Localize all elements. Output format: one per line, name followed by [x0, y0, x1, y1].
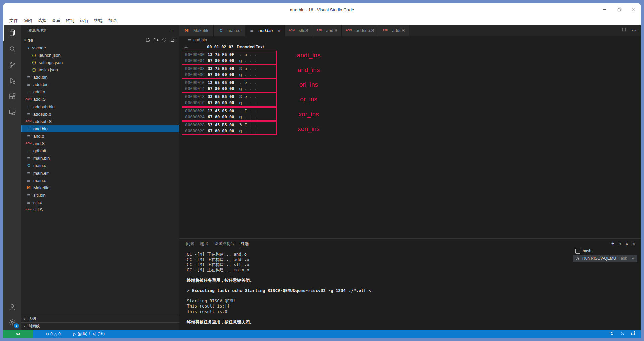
- panel-tab-debug-console[interactable]: 调试控制台: [214, 240, 234, 248]
- tree-item-.vscode[interactable]: ∨.vscode: [21, 44, 179, 51]
- hex-row[interactable]: 0000000C67 80 00 00g...: [182, 72, 276, 78]
- hex-row[interactable]: 0000002C67 80 00 00g...: [182, 128, 276, 134]
- terminal-output[interactable]: CC -[M] 正在构建... and.oCC -[M] 正在构建... add…: [187, 252, 371, 324]
- tree-item-Makefile[interactable]: MMakefile: [21, 184, 179, 191]
- extensions-icon[interactable]: [3, 88, 21, 104]
- account-icon[interactable]: [3, 299, 21, 315]
- remote-explorer-icon[interactable]: [3, 104, 21, 120]
- terminal-line: CC -[M] 正在构建... and.o: [187, 252, 371, 257]
- panel-tab-problems[interactable]: 问题: [186, 240, 194, 248]
- tree-item-main.o[interactable]: ≡main.o: [21, 177, 179, 184]
- hex-row[interactable]: 0000002013 45 05 00.E..: [182, 108, 276, 114]
- restore-button[interactable]: [617, 7, 622, 13]
- menu-item-0[interactable]: 文件: [7, 18, 21, 24]
- menu-item-1[interactable]: 编辑: [21, 18, 35, 24]
- tree-item-settings.json[interactable]: {}settings.json: [21, 59, 179, 66]
- maximize-panel-icon[interactable]: ∧: [626, 242, 628, 246]
- section-timeline[interactable]: ›时间线: [21, 322, 179, 330]
- explorer-icon[interactable]: [3, 25, 21, 41]
- gear-icon[interactable]: [184, 45, 189, 51]
- tree-item-addsub.o[interactable]: ≡addsub.o: [21, 110, 179, 118]
- collapse-all-icon[interactable]: [170, 37, 175, 44]
- file-label: main.bin: [33, 156, 50, 161]
- tree-item-addi.o[interactable]: ≡addi.o: [21, 88, 179, 95]
- close-button[interactable]: [632, 7, 636, 13]
- chevron-down-icon: ∨: [25, 46, 31, 49]
- tree-item-main.elf[interactable]: ≡main.elf: [21, 169, 179, 177]
- problems-status[interactable]: ⊘ 0 △ 0: [46, 332, 61, 336]
- panel-tab-output[interactable]: 输出: [200, 240, 208, 248]
- tree-item-addi.S[interactable]: ASMaddi.S: [21, 95, 179, 103]
- menu-item-5[interactable]: 运行: [77, 18, 91, 24]
- debug-status[interactable]: ▷ (gdb) 启动 (16): [73, 331, 105, 337]
- new-file-icon[interactable]: [145, 37, 150, 44]
- settings-gear-icon[interactable]: 1: [3, 314, 21, 330]
- run-debug-icon[interactable]: [3, 73, 21, 88]
- feedback-person-icon[interactable]: [620, 331, 625, 337]
- new-terminal-icon[interactable]: +: [611, 241, 614, 247]
- menu-item-7[interactable]: 帮助: [105, 18, 119, 24]
- tree-item-gdbinit[interactable]: ≡gdbinit: [21, 147, 179, 154]
- binary-file-icon: ≡: [25, 82, 32, 87]
- terminal-line: CC -[M] 正在构建... main.o: [187, 267, 371, 273]
- source-control-icon[interactable]: [3, 57, 21, 72]
- search-icon[interactable]: [3, 41, 21, 57]
- hex-address: 00000008: [185, 66, 206, 71]
- hex-group-or_ins: 0000001833 65 B5 003e..0000001C67 80 00 …: [182, 93, 277, 107]
- file-label: and.bin: [33, 126, 48, 131]
- tree-root-folder[interactable]: ∨ 16: [21, 37, 179, 44]
- file-label: addi.bin: [33, 82, 49, 87]
- file-label: main.elf: [33, 170, 49, 176]
- hex-row[interactable]: 0000000013 75 F5 0F.u..: [182, 52, 276, 58]
- hex-address: 00000014: [185, 86, 206, 91]
- tree-item-slti.bin[interactable]: ≡slti.bin: [21, 191, 179, 199]
- hex-row[interactable]: 0000001833 65 B5 003e..: [182, 94, 276, 100]
- binary-file-icon: ≡: [25, 112, 32, 117]
- remote-indicator[interactable]: ><: [3, 330, 33, 338]
- tree-item-add.bin[interactable]: ≡add.bin: [21, 73, 179, 81]
- hex-row[interactable]: 0000001C67 80 00 00g...: [182, 100, 276, 106]
- hex-decoded: 3e..: [239, 94, 259, 99]
- section-outline[interactable]: ›大纲: [21, 315, 179, 322]
- hex-bytes: 33 45 B5 00: [208, 123, 237, 127]
- menu-item-4[interactable]: 转到: [63, 18, 77, 24]
- terminal-list-item-0[interactable]: ›bash: [573, 247, 637, 255]
- warning-icon: △: [54, 332, 57, 336]
- tree-item-and.S[interactable]: ASMand.S: [21, 140, 179, 147]
- tree-item-addsub.S[interactable]: ASMaddsub.S: [21, 118, 179, 125]
- binary-file-icon: ≡: [25, 134, 32, 139]
- minimize-button[interactable]: [603, 7, 607, 13]
- tree-item-slti.o[interactable]: ≡slti.o: [21, 199, 179, 206]
- tree-item-main.bin[interactable]: ≡main.bin: [21, 154, 179, 162]
- terminal-list-item-1[interactable]: Run RISCV-QEMUTask✓: [573, 255, 637, 262]
- tree-item-addsub.bin[interactable]: ≡addsub.bin: [21, 103, 179, 110]
- workbench: 1 资源管理器 ⋯ ∨ 16: [3, 25, 641, 330]
- menu-item-3[interactable]: 查看: [49, 18, 63, 24]
- menu-item-6[interactable]: 终端: [91, 18, 105, 24]
- tree-item-tasks.json[interactable]: {}tasks.json: [21, 66, 179, 73]
- new-folder-icon[interactable]: [153, 37, 159, 44]
- tree-item-and.bin[interactable]: ≡and.bin: [21, 125, 179, 132]
- hex-address: 0000000C: [185, 72, 206, 77]
- notifications-bell-icon[interactable]: [631, 331, 635, 337]
- hex-row[interactable]: 0000002467 80 00 00g...: [182, 114, 276, 120]
- hex-row[interactable]: 0000000833 75 B5 003u..: [182, 66, 276, 72]
- tree-item-launch.json[interactable]: {}launch.json: [21, 51, 179, 59]
- hex-row[interactable]: 0000002833 45 B5 003E..: [182, 122, 276, 128]
- tree-item-main.c[interactable]: Cmain.c: [21, 162, 179, 169]
- tree-item-addi.bin[interactable]: ≡addi.bin: [21, 81, 179, 88]
- tree-item-slti.S[interactable]: ASMslti.S: [21, 206, 179, 213]
- activity-bar: 1: [3, 25, 21, 330]
- file-label: .vscode: [31, 45, 46, 50]
- flame-icon[interactable]: [610, 331, 614, 337]
- hex-row[interactable]: 0000001013 65 05 00.e..: [182, 80, 276, 86]
- chevron-down-icon[interactable]: ∨: [619, 242, 621, 245]
- refresh-icon[interactable]: [162, 37, 167, 44]
- more-actions-icon[interactable]: ⋯: [170, 28, 175, 33]
- close-panel-icon[interactable]: ×: [633, 241, 635, 246]
- tree-item-and.o[interactable]: ≡and.o: [21, 132, 179, 140]
- hex-row[interactable]: 0000000467 80 00 00g...: [182, 58, 276, 64]
- menu-item-2[interactable]: 选择: [35, 18, 49, 24]
- panel-tab-terminal[interactable]: 终端: [240, 240, 249, 248]
- hex-row[interactable]: 0000001467 80 00 00g...: [182, 86, 276, 92]
